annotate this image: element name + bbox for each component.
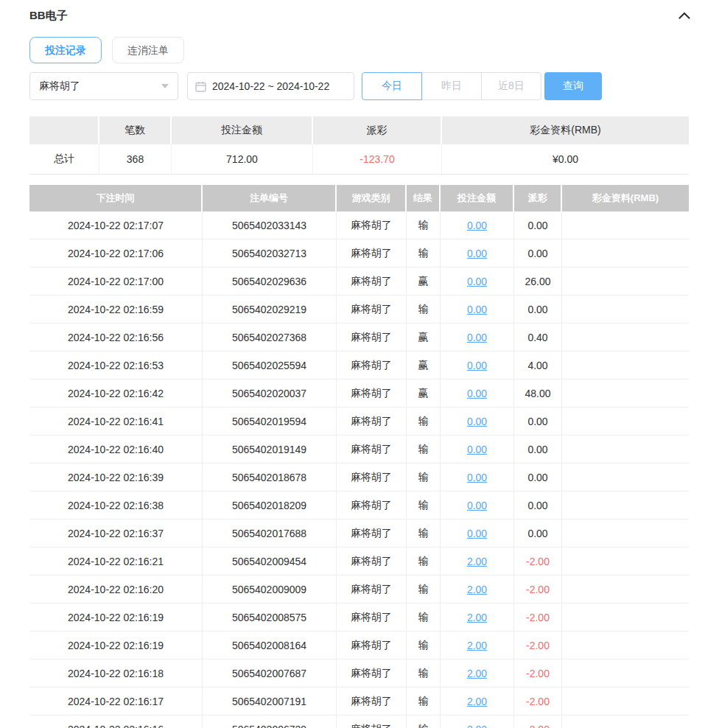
cell-bet-amount: 0.00 — [441, 267, 514, 295]
collapse-panel-button[interactable] — [676, 7, 692, 24]
bet-amount-link[interactable]: 0.00 — [467, 472, 487, 483]
cell-order-no: 5065402029219 — [203, 295, 337, 323]
query-button[interactable]: 查询 — [544, 72, 602, 100]
cell-time: 2024-10-22 02:17:06 — [29, 239, 203, 267]
cell-bet-amount: 0.00 — [441, 407, 514, 435]
cell-time: 2024-10-22 02:16:16 — [29, 715, 203, 728]
quick-range-group: 今日 昨日 近8日 — [362, 72, 541, 100]
bet-amount-link[interactable]: 2.00 — [467, 724, 487, 728]
cell-time: 2024-10-22 02:16:21 — [29, 547, 203, 575]
date-range-picker[interactable]: 2024-10-22 ~ 2024-10-22 — [187, 72, 354, 100]
cell-bet-amount: 0.00 — [441, 239, 514, 267]
cell-bet-amount: 2.00 — [441, 547, 514, 575]
table-row: 2024-10-22 02:16:175065402007191麻将胡了输2.0… — [29, 687, 689, 715]
bet-amount-link[interactable]: 2.00 — [467, 584, 487, 595]
cell-result: 输 — [407, 547, 441, 575]
cell-game: 麻将胡了 — [337, 715, 407, 728]
cell-game: 麻将胡了 — [337, 687, 407, 715]
cell-payout: 4.00 — [514, 351, 562, 379]
summary-total-label: 总计 — [29, 144, 99, 174]
bet-amount-link[interactable]: 0.00 — [467, 388, 487, 399]
cell-bet-amount: 0.00 — [441, 295, 514, 323]
table-row: 2024-10-22 02:16:385065402018209麻将胡了输0.0… — [29, 491, 689, 519]
cell-bet-amount: 2.00 — [441, 659, 514, 687]
cell-bonus — [562, 351, 689, 379]
bet-amount-link[interactable]: 0.00 — [467, 360, 487, 371]
summary-total-payout: -123.70 — [313, 144, 442, 174]
cell-order-no: 5065402029636 — [203, 267, 337, 295]
summary-total-bet-amount: 712.00 — [172, 144, 313, 174]
cell-game: 麻将胡了 — [337, 659, 407, 687]
records-header-payout: 派彩 — [514, 185, 562, 211]
quick-range-8days[interactable]: 近8日 — [481, 72, 541, 100]
table-row: 2024-10-22 02:16:185065402007687麻将胡了输2.0… — [29, 659, 689, 687]
bet-amount-link[interactable]: 0.00 — [467, 500, 487, 511]
cell-bet-amount: 2.00 — [441, 687, 514, 715]
cell-game: 麻将胡了 — [337, 211, 407, 239]
cell-order-no: 5065402019594 — [203, 407, 337, 435]
cell-order-no: 5065402009009 — [203, 575, 337, 603]
cell-bonus — [562, 463, 689, 491]
tab-bet-records[interactable]: 投注记录 — [29, 37, 102, 63]
bet-amount-link[interactable]: 0.00 — [467, 528, 487, 539]
bet-amount-link[interactable]: 0.00 — [467, 444, 487, 455]
cell-result: 赢 — [407, 267, 441, 295]
bet-amount-link[interactable]: 2.00 — [467, 612, 487, 623]
records-header-bonus: 彩金资料(RMB) — [562, 185, 689, 211]
bet-amount-link[interactable]: 2.00 — [467, 696, 487, 707]
bet-amount-link[interactable]: 2.00 — [467, 640, 487, 651]
cell-bonus — [562, 715, 689, 728]
cell-bet-amount: 0.00 — [441, 491, 514, 519]
cell-payout: 0.00 — [514, 435, 562, 463]
quick-range-today[interactable]: 今日 — [362, 72, 422, 100]
cell-bonus — [562, 519, 689, 547]
game-select[interactable]: 麻将胡了 — [29, 72, 178, 100]
cell-payout: -2.00 — [514, 631, 562, 659]
panel-header: BB电子 — [29, 6, 692, 25]
bet-amount-link[interactable]: 0.00 — [467, 276, 487, 287]
cell-payout: -2.00 — [514, 603, 562, 631]
cell-bet-amount: 0.00 — [441, 351, 514, 379]
quick-range-yesterday[interactable]: 昨日 — [421, 72, 482, 100]
bet-amount-link[interactable]: 2.00 — [467, 668, 487, 679]
cell-time: 2024-10-22 02:16:19 — [29, 603, 203, 631]
cell-result: 输 — [407, 603, 441, 631]
chevron-down-icon — [161, 84, 169, 88]
bet-amount-link[interactable]: 0.00 — [467, 416, 487, 427]
bet-amount-link[interactable]: 2.00 — [467, 556, 487, 567]
cell-order-no: 5065402018209 — [203, 491, 337, 519]
summary-header-row: 笔数 投注金额 派彩 彩金资料(RMB) — [29, 116, 689, 144]
tab-cancelled-orders[interactable]: 连消注单 — [112, 37, 184, 63]
summary-header-bet-amount: 投注金额 — [172, 116, 313, 144]
table-row: 2024-10-22 02:16:535065402025594麻将胡了赢0.0… — [29, 351, 689, 379]
cell-order-no: 5065402007687 — [203, 659, 337, 687]
cell-order-no: 5065402027368 — [203, 323, 337, 351]
cell-result: 输 — [407, 519, 441, 547]
cell-time: 2024-10-22 02:16:42 — [29, 379, 203, 407]
cell-time: 2024-10-22 02:16:17 — [29, 687, 203, 715]
bet-amount-link[interactable]: 0.00 — [467, 220, 487, 231]
bet-amount-link[interactable]: 0.00 — [467, 332, 487, 343]
cell-time: 2024-10-22 02:17:07 — [29, 211, 203, 239]
summary-total-row: 总计 368 712.00 -123.70 ¥0.00 — [29, 144, 689, 175]
cell-payout: -2.00 — [514, 687, 562, 715]
cell-time: 2024-10-22 02:16:56 — [29, 323, 203, 351]
summary-header-count: 笔数 — [99, 116, 172, 144]
date-range-value: 2024-10-22 ~ 2024-10-22 — [212, 80, 329, 92]
bet-amount-link[interactable]: 0.00 — [467, 304, 487, 315]
cell-bet-amount: 0.00 — [441, 323, 514, 351]
cell-result: 输 — [407, 687, 441, 715]
cell-result: 赢 — [407, 379, 441, 407]
table-row: 2024-10-22 02:16:205065402009009麻将胡了输2.0… — [29, 575, 689, 603]
cell-bet-amount: 2.00 — [441, 603, 514, 631]
bet-amount-link[interactable]: 0.00 — [467, 248, 487, 259]
cell-time: 2024-10-22 02:16:37 — [29, 519, 203, 547]
table-row: 2024-10-22 02:17:005065402029636麻将胡了赢0.0… — [29, 267, 689, 295]
cell-time: 2024-10-22 02:16:59 — [29, 295, 203, 323]
cell-payout: 0.00 — [514, 211, 562, 239]
table-row: 2024-10-22 02:16:595065402029219麻将胡了输0.0… — [29, 295, 689, 323]
cell-payout: 0.00 — [514, 491, 562, 519]
cell-bonus — [562, 211, 689, 239]
cell-order-no: 5065402025594 — [203, 351, 337, 379]
cell-result: 输 — [407, 211, 441, 239]
